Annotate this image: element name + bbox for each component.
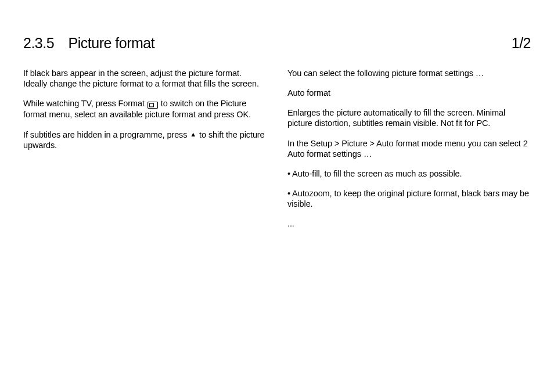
- paragraph: In the Setup > Picture > Auto format mod…: [287, 138, 531, 159]
- paragraph: If black bars appear in the screen, adju…: [23, 68, 267, 89]
- section-title: Picture format: [69, 35, 155, 52]
- content-columns: If black bars appear in the screen, adju…: [23, 68, 531, 229]
- paragraph: Auto format: [287, 88, 531, 98]
- paragraph: If subtitles are hidden in a programme, …: [23, 130, 267, 150]
- section-number: 2.3.5: [23, 35, 54, 52]
- paragraph: ...: [287, 218, 531, 229]
- left-column: If black bars appear in the screen, adju…: [23, 68, 267, 229]
- right-column: You can select the following picture for…: [287, 68, 531, 229]
- heading-group: 2.3.5 Picture format: [23, 35, 154, 52]
- manual-page: 2.3.5 Picture format 1/2 If black bars a…: [0, 0, 554, 392]
- up-arrow-icon: ▲: [190, 131, 196, 139]
- paragraph: You can select the following picture for…: [287, 68, 531, 78]
- page-header: 2.3.5 Picture format 1/2: [23, 35, 531, 52]
- paragraph: • Autozoom, to keep the original picture…: [287, 188, 531, 209]
- text-fragment: While watching TV, press Format: [23, 99, 147, 108]
- format-icon: [148, 99, 158, 109]
- paragraph: While watching TV, press Format to switc…: [23, 98, 267, 120]
- paragraph: Enlarges the picture automatically to fi…: [287, 107, 531, 128]
- svg-rect-1: [149, 103, 153, 107]
- text-fragment: If subtitles are hidden in a programme, …: [23, 130, 189, 139]
- paragraph: • Auto-fill, to fill the screen as much …: [287, 168, 531, 179]
- page-indicator: 1/2: [512, 35, 531, 52]
